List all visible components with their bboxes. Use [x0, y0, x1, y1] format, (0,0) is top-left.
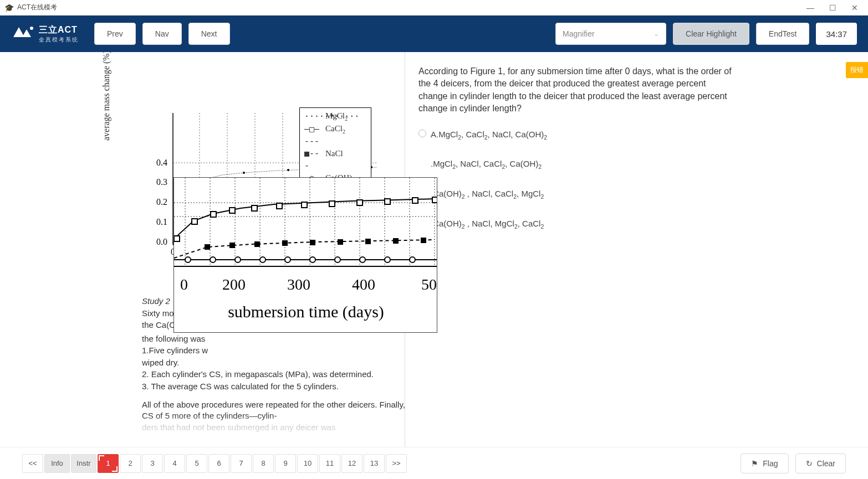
question-num-3[interactable]: 3 [142, 454, 163, 473]
question-num-9[interactable]: 9 [275, 454, 296, 473]
svg-text:400: 400 [352, 276, 375, 293]
svg-text:submersion time (days): submersion time (days) [228, 302, 384, 321]
question-num-10[interactable]: 10 [297, 454, 318, 473]
svg-rect-42 [174, 236, 180, 241]
flag-button[interactable]: ⚑ Flag [741, 454, 788, 473]
svg-rect-45 [229, 208, 235, 213]
svg-rect-62 [421, 238, 426, 243]
svg-point-70 [360, 257, 365, 262]
svg-text:300: 300 [287, 276, 310, 293]
magnifier-select[interactable]: Magnifier ⌄ [555, 23, 666, 45]
svg-text:0.1: 0.1 [156, 217, 167, 226]
question-num-12[interactable]: 12 [341, 454, 362, 473]
svg-text:0.4: 0.4 [156, 158, 167, 167]
svg-text:0.3: 0.3 [156, 177, 167, 187]
svg-point-71 [385, 257, 390, 262]
svg-rect-50 [357, 200, 362, 205]
svg-rect-59 [338, 239, 343, 245]
svg-point-0 [30, 27, 33, 30]
svg-point-66 [260, 257, 265, 262]
prev-button[interactable]: Prev [94, 23, 136, 45]
question-num-8[interactable]: 8 [253, 454, 274, 473]
chart-legend: ·····•·····MgCl2 —□—CaCl2 ---■---NaCl —○… [299, 107, 371, 188]
svg-text:50: 50 [421, 276, 437, 293]
svg-rect-54 [205, 244, 210, 250]
window-controls: — ☐ ✕ [806, 3, 864, 12]
option-c[interactable]: .Ca(OH)2 , NaCl, CaCl2, MgCl2 [418, 188, 735, 201]
svg-rect-48 [302, 202, 307, 208]
question-num-1[interactable]: 1 [98, 454, 119, 473]
minimize-icon[interactable]: — [806, 3, 815, 12]
svg-point-24 [287, 169, 289, 171]
content-area: 报错 average mass change (%) 0.4 0.3 0.2 0… [0, 52, 868, 447]
app-icon: 🎓 [4, 3, 14, 12]
svg-rect-46 [252, 205, 257, 211]
question-num-2[interactable]: 2 [120, 454, 141, 473]
question-panel: According to Figure 1, for any submersio… [405, 52, 835, 447]
chart-yaxis-label: average mass change (%) [100, 52, 113, 141]
svg-rect-52 [412, 198, 418, 203]
option-d[interactable]: .Ca(OH)2 , NaCl, MgCl2, CaCl2 [418, 218, 735, 231]
svg-rect-58 [310, 240, 315, 245]
timer-display: 34:37 [816, 23, 857, 45]
radio-icon [418, 130, 426, 137]
question-text: According to Figure 1, for any submersio… [418, 65, 735, 115]
svg-point-65 [235, 257, 241, 262]
end-test-button[interactable]: EndTest [756, 23, 810, 45]
svg-point-68 [310, 257, 315, 262]
maximize-icon[interactable]: ☐ [828, 3, 837, 12]
header-bar: 三立ACT 全真模考系统 Prev Nav Next Magnifier ⌄ C… [0, 16, 868, 52]
instr-button[interactable]: Instr [71, 454, 96, 473]
page-next-button[interactable]: >> [386, 454, 407, 473]
svg-point-64 [210, 257, 216, 262]
refresh-icon: ↻ [806, 459, 813, 468]
clear-button[interactable]: ↻ Clear [795, 454, 846, 473]
svg-text:0.0: 0.0 [156, 237, 167, 246]
option-b[interactable]: .MgCl2, NaCl, CaCl2, Ca(OH)2 [418, 158, 735, 171]
next-button[interactable]: Next [188, 23, 230, 45]
svg-rect-60 [365, 239, 371, 244]
question-num-7[interactable]: 7 [231, 454, 252, 473]
svg-rect-57 [282, 240, 288, 246]
svg-text:200: 200 [222, 276, 246, 293]
logo-text-2: 全真模考系统 [39, 36, 79, 44]
question-num-11[interactable]: 11 [319, 454, 340, 473]
logo-mark-icon [11, 24, 34, 44]
report-error-button[interactable]: 报错 [846, 62, 868, 78]
svg-rect-56 [254, 241, 260, 247]
svg-rect-55 [229, 243, 235, 248]
chevron-down-icon: ⌄ [653, 30, 659, 38]
magnifier-select-label: Magnifier [563, 29, 595, 38]
question-num-6[interactable]: 6 [208, 454, 229, 473]
info-button[interactable]: Info [44, 454, 70, 473]
svg-rect-43 [192, 219, 197, 224]
svg-point-23 [243, 172, 245, 174]
svg-rect-51 [385, 199, 390, 204]
window-titlebar: 🎓 ACT在线模考 — ☐ ✕ [0, 0, 868, 16]
page-prev-button[interactable]: << [22, 454, 43, 473]
nav-button[interactable]: Nav [142, 23, 182, 45]
svg-text:0: 0 [180, 276, 188, 293]
svg-rect-44 [211, 212, 216, 217]
question-num-5[interactable]: 5 [186, 454, 207, 473]
clear-highlight-button[interactable]: Clear Highlight [673, 23, 749, 45]
svg-point-72 [410, 257, 415, 262]
svg-point-69 [335, 257, 340, 262]
answer-options: A.MgCl2, CaCl2, NaCl, Ca(OH)2 .MgCl2, Na… [418, 128, 735, 231]
close-icon[interactable]: ✕ [850, 3, 859, 12]
svg-rect-47 [277, 203, 282, 209]
bottom-nav-bar: << Info Instr 1 2 3 4 5 6 7 8 9 10 11 12… [0, 447, 868, 479]
question-num-4[interactable]: 4 [164, 454, 185, 473]
magnifier-overlay[interactable]: 0 200 300 400 50 submersion time (days) [173, 177, 437, 333]
option-a[interactable]: A.MgCl2, CaCl2, NaCl, Ca(OH)2 [418, 128, 735, 142]
svg-rect-53 [432, 197, 437, 203]
svg-text:0.2: 0.2 [156, 197, 167, 207]
flag-icon: ⚑ [751, 459, 758, 468]
svg-point-67 [285, 257, 290, 262]
logo-text-1: 三立ACT [39, 24, 79, 36]
window-title: ACT在线模考 [17, 3, 806, 12]
question-num-13[interactable]: 13 [364, 454, 385, 473]
question-nav: << Info Instr 1 2 3 4 5 6 7 8 9 10 11 12… [22, 454, 407, 473]
svg-rect-61 [393, 238, 399, 244]
logo: 三立ACT 全真模考系统 [11, 24, 79, 44]
